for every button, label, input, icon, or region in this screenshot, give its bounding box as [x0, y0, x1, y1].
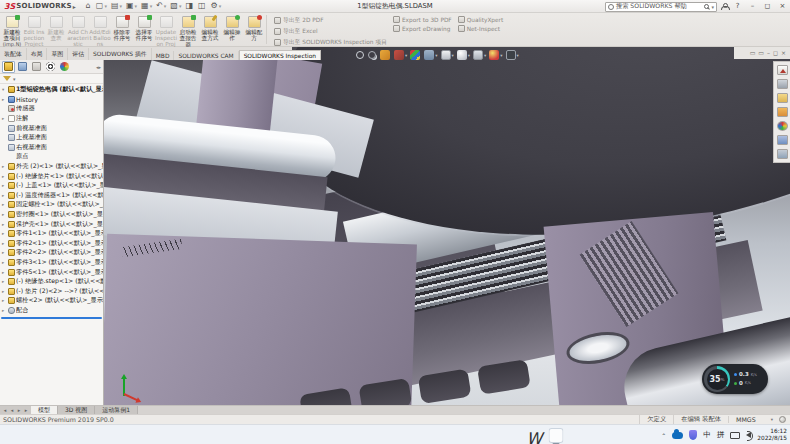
displaymanager-tab[interactable] [58, 61, 71, 73]
quick-access-button[interactable]: ◨ [185, 2, 194, 10]
expand-arrow-icon[interactable]: ▸ [2, 202, 7, 207]
task-pane-icon[interactable] [777, 107, 788, 117]
tab-scroll-arrow-icon[interactable]: ▸ [23, 407, 29, 413]
expand-arrow-icon[interactable]: ▸ [2, 174, 7, 179]
quick-access-button[interactable]: ▢▾ [96, 2, 107, 10]
doc-window-button[interactable]: ◻ [773, 50, 778, 56]
heads-up-button[interactable]: ▾ [457, 50, 470, 60]
tree-item[interactable]: ▸ 零件2<1> (默认<<默认>_显示状态 [0, 239, 103, 249]
search-input[interactable]: 搜索 SOLIDWORKS 帮助 ▾ [605, 2, 717, 12]
heads-up-button[interactable]: ▾ [441, 50, 454, 60]
task-pane-icon[interactable] [777, 149, 788, 159]
expand-arrow-icon[interactable]: ▸ [2, 308, 7, 313]
expand-arrow-icon[interactable]: ▸ [2, 183, 7, 188]
export-menu-item[interactable]: 导出至 2D PDF [274, 16, 387, 25]
ribbon-button[interactable]: Add/Edit Balloons [89, 14, 111, 45]
export-menu-item[interactable]: 导出至 Excel [274, 27, 387, 36]
heads-up-button[interactable]: ▾ [424, 50, 437, 60]
tab-scroll-arrow-icon[interactable]: ▸ [16, 407, 22, 413]
close-button[interactable]: × [777, 1, 788, 12]
expand-arrow-icon[interactable]: ▸ [2, 298, 7, 303]
heads-up-button[interactable]: ▾ [489, 50, 502, 60]
panel-tab-overflow-icon[interactable]: ◂▸ [96, 64, 101, 70]
tree-item[interactable]: ▸ 零件3<1> (默认<<默认>_显示状态 [0, 258, 103, 268]
tree-item[interactable]: ▸ 密封圈<1> (默认<<默认>_显示状 [0, 210, 103, 220]
expand-arrow-icon[interactable]: ▸ [2, 193, 7, 198]
taskbar-app[interactable]: W [526, 428, 541, 443]
taskbar-app[interactable] [549, 428, 564, 443]
command-tab[interactable]: SOLIDWORKS CAM [174, 51, 238, 60]
help-button[interactable]: ? [732, 1, 743, 12]
tree-root-item[interactable]: ▾ 1型铝锭热电偶 (默认<默认_显示状态-1 [0, 85, 103, 95]
command-tab[interactable]: SOLIDWORKS Inspection [239, 50, 321, 60]
ribbon-button[interactable]: Edit Inspection Project [23, 14, 45, 45]
onedrive-icon[interactable] [672, 432, 683, 439]
tree-item[interactable]: ▸ History [0, 95, 103, 105]
expand-arrow-icon[interactable]: ▸ [2, 279, 7, 284]
tree-item[interactable]: ▸ (-) 温度传感器<1> (默认<<默认>_ [0, 191, 103, 201]
ribbon-button[interactable]: 新建检查表 [45, 14, 67, 45]
login-icon[interactable] [721, 3, 728, 10]
configurationmanager-tab[interactable] [30, 61, 43, 73]
ribbon-button[interactable]: 选择零件序号 [133, 14, 155, 45]
ribbon-button[interactable]: Update Inspection Project [155, 14, 177, 45]
restore-button[interactable]: ◻ [762, 1, 773, 12]
task-pane-icon[interactable] [777, 79, 788, 89]
heads-up-button[interactable]: ▾ [506, 50, 519, 60]
taskbar-app[interactable] [250, 428, 265, 443]
tab-scroll-arrow-icon[interactable]: ◂ [2, 407, 8, 413]
expand-arrow-icon[interactable]: ▸ [2, 270, 7, 275]
search-caret-icon[interactable]: ▾ [711, 4, 714, 10]
tree-item[interactable]: ▸ (-) 绝缘垫片<1> (默认<<默认>_显 [0, 171, 103, 181]
command-tab[interactable]: 草图 [47, 48, 68, 60]
doc-window-button[interactable]: ▭ [750, 50, 756, 56]
expand-arrow-icon[interactable]: ▸ [2, 212, 7, 217]
doc-window-button[interactable]: ▭ [758, 50, 764, 56]
tree-item[interactable]: ▸ 固定螺栓<1> (默认<<默认>_显示 [0, 200, 103, 210]
tree-item[interactable]: ▸ (-) 上盖<1> (默认<<默认>_显示状 [0, 181, 103, 191]
heads-up-button[interactable]: ▾ [473, 50, 486, 60]
command-tab[interactable]: SOLIDWORKS 插件 [89, 48, 152, 60]
tree-item[interactable]: ▸ 零件1<1> (默认<<默认>_显示状态 [0, 229, 103, 239]
tree-item[interactable]: ▸ 配合 [0, 306, 103, 316]
ribbon-button[interactable]: 移除零件序号 [111, 14, 133, 45]
heads-up-button[interactable] [368, 51, 377, 59]
ribbon-button[interactable]: 编辑操作 [221, 14, 243, 45]
taskbar-app[interactable] [342, 428, 357, 443]
tree-item[interactable]: ▸ 零件2<2> (默认<<默认>_显示状态 [0, 248, 103, 258]
network-monitor-widget[interactable]: 35% 0.3K/s 0K/s [702, 364, 768, 394]
tree-item[interactable]: ▸ 传感器 [0, 104, 103, 114]
heads-up-button[interactable] [356, 51, 365, 59]
expand-arrow-icon[interactable]: ▸ [2, 116, 7, 121]
task-pane-icon[interactable] [777, 135, 788, 145]
taskbar-app[interactable] [411, 428, 426, 443]
taskbar-app[interactable] [480, 428, 495, 443]
featuremanager-tab[interactable] [2, 61, 15, 73]
heads-up-button[interactable] [380, 50, 391, 60]
quick-access-button[interactable]: ◫ [198, 2, 207, 10]
command-tab[interactable]: 布局 [27, 48, 48, 60]
taskbar-app[interactable] [434, 428, 449, 443]
model-tab[interactable]: 3D 视图 [58, 406, 95, 414]
task-pane-icon[interactable] [777, 93, 788, 103]
expand-arrow-icon[interactable]: ▸ [2, 241, 7, 246]
minimize-button[interactable]: – [747, 1, 758, 12]
display-tray-icon[interactable] [730, 432, 740, 439]
tree-item[interactable]: ▸ 上视基准面 [0, 133, 103, 143]
ime-mode-indicator[interactable]: 拼 [717, 430, 725, 440]
quick-access-button[interactable]: ↶▾ [156, 2, 166, 10]
command-tab[interactable]: MBD [152, 51, 175, 60]
command-tab[interactable]: 评估 [68, 48, 89, 60]
tree-item[interactable]: ▸ 零件5<1> (默认<<默认>_显示状态 [0, 267, 103, 277]
heads-up-button[interactable]: ▾ [394, 50, 407, 60]
expand-arrow-icon[interactable]: ▸ [2, 97, 7, 102]
ribbon-button[interactable]: 编辑检查方式 [199, 14, 221, 45]
task-pane-icon[interactable] [777, 65, 788, 75]
quick-access-button[interactable]: ⚙▾ [211, 2, 222, 10]
expand-arrow-icon[interactable]: ▸ [2, 231, 7, 236]
graphics-viewport[interactable]: ▾ ▾ ▾ ▾ ▾ ▾ ▾ [104, 47, 790, 405]
taskbar-app[interactable] [365, 428, 380, 443]
ribbon-button[interactable]: Add Characteristic [67, 14, 89, 45]
security-shield-icon[interactable] [689, 430, 697, 440]
clock[interactable]: 16:12 2022/8/15 [757, 428, 787, 442]
